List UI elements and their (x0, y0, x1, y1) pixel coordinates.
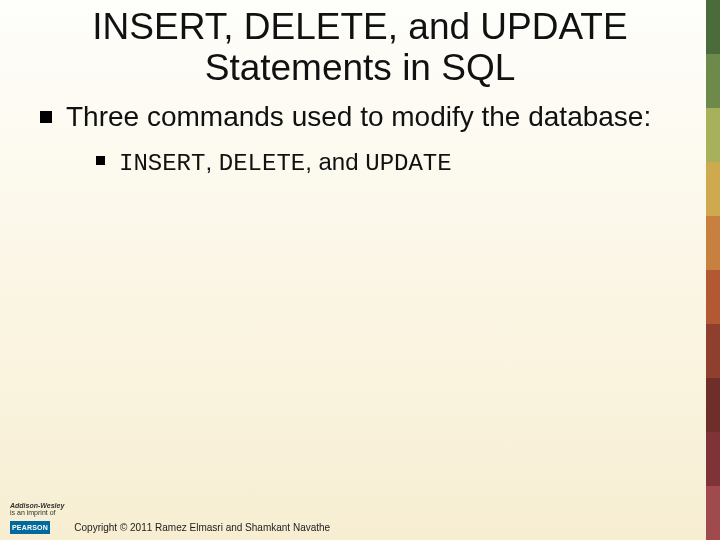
imprint-brand: Addison-Wesley (10, 502, 64, 509)
publisher-logo-block: Addison-Wesley is an imprint of PEARSON (10, 502, 64, 534)
color-strip-segment (706, 324, 720, 378)
bullet-level2: INSERT, DELETE, and UPDATE (96, 146, 680, 179)
pearson-logo: PEARSON (10, 521, 50, 534)
decorative-color-strip (706, 0, 720, 540)
sep: , (205, 148, 218, 175)
copyright-text: Copyright © 2011 Ramez Elmasri and Shamk… (74, 522, 330, 534)
bullet-level2-group: INSERT, DELETE, and UPDATE (40, 138, 680, 179)
bullet-level1-text: Three commands used to modify the databa… (66, 99, 651, 134)
sep-and: , and (305, 148, 365, 175)
color-strip-segment (706, 162, 720, 216)
color-strip-segment (706, 378, 720, 432)
bullet-level1: Three commands used to modify the databa… (40, 99, 680, 134)
square-bullet-icon (40, 111, 52, 123)
color-strip-segment (706, 432, 720, 486)
color-strip-segment (706, 54, 720, 108)
color-strip-segment (706, 270, 720, 324)
code-delete: DELETE (219, 150, 305, 177)
color-strip-segment (706, 108, 720, 162)
square-bullet-icon (96, 156, 105, 165)
slide-title: INSERT, DELETE, and UPDATE Statements in… (0, 0, 720, 89)
code-insert: INSERT (119, 150, 205, 177)
imprint-text: Addison-Wesley is an imprint of (10, 502, 64, 517)
color-strip-segment (706, 0, 720, 54)
slide-body: Three commands used to modify the databa… (0, 89, 720, 179)
code-update: UPDATE (365, 150, 451, 177)
bullet-level2-text: INSERT, DELETE, and UPDATE (119, 146, 452, 179)
slide: INSERT, DELETE, and UPDATE Statements in… (0, 0, 720, 540)
imprint-subline: is an imprint of (10, 509, 56, 516)
color-strip-segment (706, 216, 720, 270)
slide-footer: Addison-Wesley is an imprint of PEARSON … (0, 498, 720, 540)
